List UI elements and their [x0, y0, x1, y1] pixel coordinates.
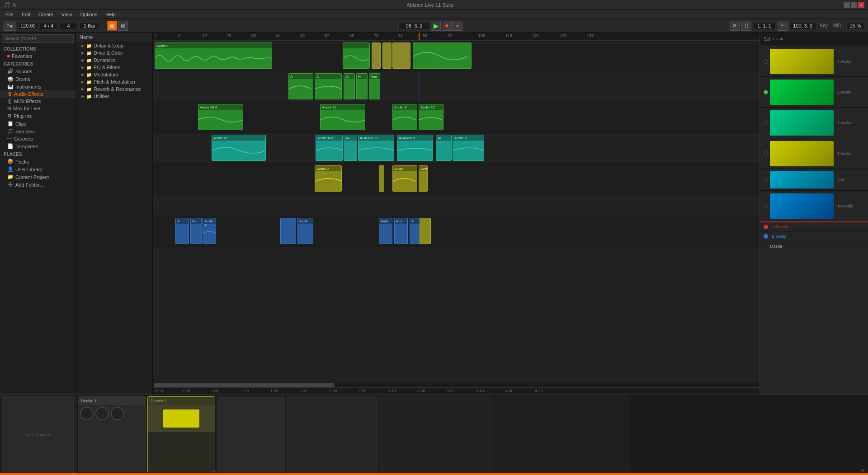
set-plus[interactable]: +	[772, 37, 775, 42]
sidebar-item-instruments[interactable]: 🎹 Instruments	[0, 83, 75, 90]
clip-5-2[interactable]	[379, 165, 384, 192]
arrangement-view-btn[interactable]: ▤	[118, 21, 128, 31]
clip-2-3[interactable]: Ai	[344, 73, 355, 99]
menu-view[interactable]: View	[58, 11, 76, 18]
sidebar-item-add-folder[interactable]: ➕ Add Folder...	[0, 181, 75, 188]
sidebar-item-grooves[interactable]: 〰 Grooves	[0, 135, 75, 142]
position-display[interactable]: 96. 3. 2	[398, 22, 430, 29]
draw-btn[interactable]: ✏	[778, 21, 788, 31]
browser-item-pitch[interactable]: ▶ 📁 Pitch & Modulation	[76, 78, 152, 85]
knob-1[interactable]	[80, 407, 94, 420]
clip-4-1[interactable]: Audio 21	[212, 135, 266, 161]
clip-1-6[interactable]	[413, 42, 472, 69]
clip-3-1[interactable]: Audio 19 A	[198, 104, 243, 130]
clip-2-4[interactable]: Ai	[356, 73, 368, 99]
device-6[interactable]	[494, 396, 629, 472]
clip-7-9[interactable]	[420, 218, 431, 244]
search-input[interactable]	[2, 34, 74, 43]
clip-7-1[interactable]: A	[175, 218, 189, 244]
cpu-display[interactable]: 15 %	[846, 22, 864, 29]
play-btn[interactable]: ▶	[431, 21, 441, 31]
sidebar-item-plugins[interactable]: ⚙ Plug-Ins	[0, 112, 75, 120]
menu-file[interactable]: File	[2, 11, 17, 18]
clip-1-1[interactable]: Audio 1	[155, 42, 272, 69]
clip-2-2[interactable]: A	[315, 73, 342, 99]
clip-4-5[interactable]: Ai Audio 3	[397, 135, 433, 161]
browser-item-eq[interactable]: ▶ 📁 EQ & Filters	[76, 64, 152, 71]
clip-7-7[interactable]: Aud	[394, 218, 408, 244]
device-3[interactable]	[217, 396, 285, 472]
sr-clip-4audio[interactable]	[770, 49, 834, 74]
device-2[interactable]: Device 2	[147, 396, 215, 472]
sidebar-item-user-library[interactable]: 👤 User Library	[0, 165, 75, 173]
record-btn[interactable]: ●	[453, 21, 462, 31]
set-edit[interactable]: ✏	[780, 37, 783, 42]
session-view-btn[interactable]: ▦	[107, 21, 117, 31]
sidebar-item-clips[interactable]: 📋 Clips	[0, 120, 75, 127]
bpm-display[interactable]: 120.00	[18, 22, 38, 29]
sr-clip-10audio[interactable]	[770, 193, 834, 219]
close-btn[interactable]: ✕	[858, 2, 864, 8]
clip-5-1[interactable]: Audio 2	[315, 165, 342, 192]
clip-7-5[interactable]: Audio	[297, 218, 313, 244]
loop-position[interactable]: 1. 1. 1	[753, 22, 776, 29]
menu-options[interactable]: Options	[76, 11, 101, 18]
device-5[interactable]	[379, 396, 492, 472]
menu-edit[interactable]: Edit	[18, 11, 34, 18]
sidebar-item-midi-effects[interactable]: 🎛 MIDI Effects	[0, 98, 75, 105]
clip-2-1[interactable]: A	[288, 73, 313, 99]
browser-item-modulators[interactable]: ▶ 📁 Modulators	[76, 71, 152, 78]
device-4[interactable]	[287, 396, 377, 472]
knob-3[interactable]	[111, 407, 124, 420]
menu-create[interactable]: Create	[35, 11, 57, 18]
clip-3-4[interactable]: Audio 12	[419, 104, 443, 130]
time-sig-display[interactable]: 4 / 4	[40, 22, 58, 29]
clip-3-2[interactable]: Audio 11	[320, 104, 365, 130]
sidebar-item-drums[interactable]: 🥁 Drums	[0, 75, 75, 83]
clip-5-3[interactable]: Audio	[392, 165, 417, 192]
browser-item-reverb[interactable]: ▶ 📁 Reverb & Resonance	[76, 85, 152, 93]
sidebar-item-current-project[interactable]: 📁 Current Project	[0, 173, 75, 181]
clip-4-4[interactable]: Ai Audio 11	[358, 135, 394, 161]
zoom-display[interactable]: 100. 3. 0	[789, 22, 816, 29]
tap-button[interactable]: Tap	[4, 21, 16, 31]
clip-4-3[interactable]: Au	[344, 135, 357, 161]
beats-display[interactable]: 4	[60, 22, 78, 29]
browser-item-utilities[interactable]: ▶ 📁 Utilities	[76, 93, 152, 100]
clip-5-4[interactable]: Audio	[419, 165, 428, 192]
sidebar-item-max-for-live[interactable]: M Max for Live	[0, 105, 75, 112]
maximize-btn[interactable]: □	[851, 2, 857, 8]
device-1[interactable]: Device 1	[78, 396, 146, 472]
sidebar-item-packs[interactable]: 📦 Packs	[0, 158, 75, 165]
clip-4-6[interactable]: Ai	[436, 135, 452, 161]
sr-clip-5audio[interactable]	[770, 80, 834, 105]
clip-7-6[interactable]: Audi	[379, 218, 392, 244]
sr-clip-2nd[interactable]	[770, 171, 834, 188]
browser-item-dynamics[interactable]: ▶ 📁 Dynamics	[76, 56, 152, 64]
clip-3-3[interactable]: Audio 9	[392, 104, 417, 130]
clip-4-7[interactable]: Audio 2	[453, 135, 484, 161]
clip-7-3[interactable]: Audio A	[203, 218, 216, 244]
set-minus[interactable]: -	[777, 37, 778, 42]
horizontal-scrollbar[interactable]	[153, 382, 760, 387]
back-btn[interactable]: ⟨⟨	[741, 21, 751, 31]
clip-1-3[interactable]	[372, 42, 381, 69]
scroll-thumb[interactable]	[154, 383, 335, 387]
clip-7-4[interactable]	[280, 218, 296, 244]
clip-1-5[interactable]	[392, 42, 410, 69]
menu-help[interactable]: Help	[102, 11, 119, 18]
stop-btn[interactable]: ■	[442, 21, 452, 31]
sidebar-item-samples[interactable]: 🎵 Samples	[0, 127, 75, 135]
clip-4-2[interactable]: Audio Auc	[316, 135, 343, 161]
sidebar-item-templates[interactable]: 📄 Templates	[0, 142, 75, 150]
sr-clip-7audio[interactable]	[770, 110, 834, 136]
quantize-display[interactable]: 1 Bar	[80, 22, 100, 29]
clip-1-2[interactable]	[343, 42, 370, 69]
sidebar-item-audio-effects[interactable]: 🎚 Audio Effects	[0, 90, 75, 98]
sidebar-item-favorites[interactable]: Favorites	[0, 52, 75, 60]
minimize-btn[interactable]: ─	[844, 2, 850, 8]
knob-2[interactable]	[95, 407, 109, 420]
browser-item-drive[interactable]: ▶ 📁 Drive & Color	[76, 49, 152, 56]
clip-2-5[interactable]: Aud	[369, 73, 380, 99]
browser-item-delay[interactable]: ▶ 📁 Delay & Loop	[76, 42, 152, 49]
